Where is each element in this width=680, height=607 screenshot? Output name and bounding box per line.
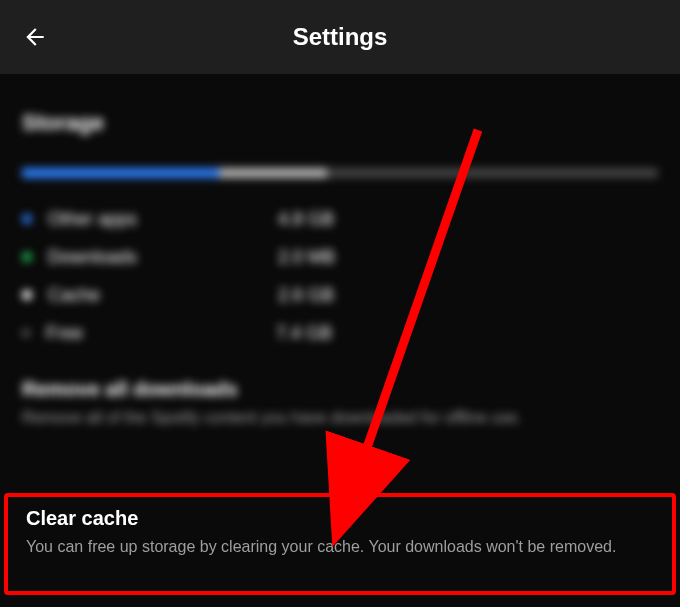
legend-row-other-apps: Other apps 4.8 GB (22, 200, 658, 238)
storage-bar-segment-cache (219, 168, 327, 178)
legend-label: Free (46, 323, 276, 344)
header-bar: Settings (0, 0, 680, 74)
legend-label: Cache (48, 285, 278, 306)
clear-cache-desc: You can free up storage by clearing your… (26, 536, 654, 558)
legend-label: Downloads (48, 247, 278, 268)
storage-bar-segment-free (327, 168, 658, 178)
storage-section-title: Storage (22, 110, 658, 136)
storage-bar-segment-other-apps (22, 168, 219, 178)
remove-downloads-option[interactable]: Remove all downloads Remove all of the S… (22, 378, 658, 429)
back-button[interactable] (18, 20, 52, 54)
legend-label: Other apps (48, 209, 278, 230)
legend-dot-icon (22, 252, 32, 262)
arrow-left-icon (22, 24, 48, 50)
legend-dot-icon (22, 329, 30, 337)
legend-dot-icon (22, 290, 32, 300)
remove-downloads-desc: Remove all of the Spotify content you ha… (22, 407, 658, 429)
legend-value: 2.6 GB (278, 285, 334, 306)
legend-dot-icon (22, 214, 32, 224)
blurred-storage-section: Storage Other apps 4.8 GB Downloads 2.0 … (22, 110, 658, 429)
storage-bar (22, 168, 658, 178)
clear-cache-title: Clear cache (26, 507, 654, 530)
legend-row-cache: Cache 2.6 GB (22, 276, 658, 314)
legend-row-free: Free 7.4 GB (22, 314, 658, 352)
legend-row-downloads: Downloads 2.0 MB (22, 238, 658, 276)
storage-legend: Other apps 4.8 GB Downloads 2.0 MB Cache… (22, 200, 658, 352)
legend-value: 4.8 GB (278, 209, 334, 230)
legend-value: 2.0 MB (278, 247, 335, 268)
legend-value: 7.4 GB (276, 323, 332, 344)
clear-cache-option[interactable]: Clear cache You can free up storage by c… (4, 493, 676, 595)
remove-downloads-title: Remove all downloads (22, 378, 658, 401)
page-title: Settings (0, 23, 680, 51)
